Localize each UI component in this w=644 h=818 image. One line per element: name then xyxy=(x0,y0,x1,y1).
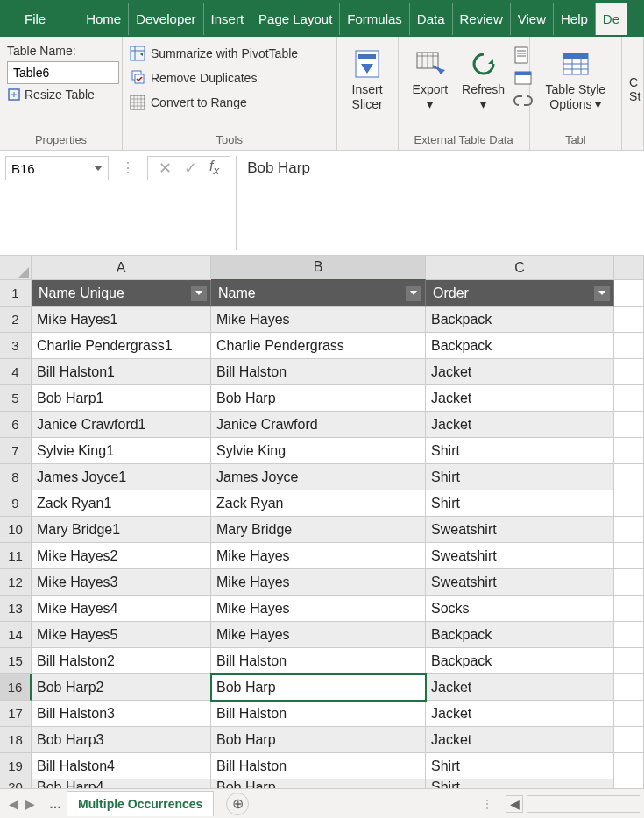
row-header[interactable]: 4 xyxy=(0,359,32,385)
table-header-name[interactable]: Name xyxy=(211,280,426,307)
cell[interactable]: Jacket xyxy=(426,359,614,385)
cell[interactable]: Bob Harp3 xyxy=(32,727,211,753)
tab-formulas[interactable]: Formulas xyxy=(340,3,410,35)
cell[interactable]: Mike Hayes2 xyxy=(32,543,211,569)
cell[interactable]: Shirt xyxy=(426,753,614,779)
tab-insert[interactable]: Insert xyxy=(204,3,252,35)
cell[interactable]: Bill Halston4 xyxy=(32,753,211,779)
cell[interactable]: Backpack xyxy=(426,333,614,359)
cell[interactable] xyxy=(614,280,644,307)
cell[interactable]: Bob Harp1 xyxy=(32,385,211,412)
tab-page-layout[interactable]: Page Layout xyxy=(251,3,340,35)
cell[interactable]: Bill Halston2 xyxy=(32,648,211,674)
tab-home[interactable]: Home xyxy=(79,3,129,35)
summarize-pivot-button[interactable]: Summarize with PivotTable xyxy=(130,46,329,61)
cell[interactable]: Bob Harp xyxy=(211,727,426,753)
tab-developer[interactable]: Developer xyxy=(129,3,203,35)
tab-help[interactable]: Help xyxy=(554,3,596,35)
row-header[interactable]: 13 xyxy=(0,596,32,622)
sheet-tab-active[interactable]: Multiple Occurrences xyxy=(67,791,214,816)
row-header[interactable]: 6 xyxy=(0,412,32,438)
tab-review[interactable]: Review xyxy=(453,3,511,35)
row-header[interactable]: 8 xyxy=(0,464,32,490)
tab-design[interactable]: De xyxy=(596,3,627,35)
cell[interactable]: Sweatshirt xyxy=(426,517,614,543)
cell[interactable]: Janice Crawford xyxy=(211,412,426,438)
row-header[interactable]: 14 xyxy=(0,622,32,648)
cell[interactable] xyxy=(614,779,644,788)
cell[interactable]: Jacket xyxy=(426,385,614,412)
cell[interactable] xyxy=(614,517,644,543)
col-header-b[interactable]: B xyxy=(211,256,426,280)
resize-table-button[interactable]: Resize Table xyxy=(7,88,115,102)
cell[interactable]: Socks xyxy=(426,596,614,622)
row-header[interactable]: 9 xyxy=(0,490,32,517)
col-header-a[interactable]: A xyxy=(32,256,211,280)
cell[interactable] xyxy=(614,307,644,333)
table-header-name-unique[interactable]: Name Unique xyxy=(32,280,211,307)
select-all-corner[interactable] xyxy=(0,256,32,280)
cell[interactable] xyxy=(614,464,644,490)
cell[interactable]: Mike Hayes1 xyxy=(32,307,211,333)
cell[interactable] xyxy=(614,674,644,701)
cell[interactable]: Jacket xyxy=(426,412,614,438)
cell[interactable] xyxy=(614,753,644,779)
row-header[interactable]: 18 xyxy=(0,727,32,753)
cell[interactable]: Zack Ryan xyxy=(211,490,426,517)
cell[interactable]: Mike Hayes xyxy=(211,569,426,596)
formula-input[interactable]: Bob Harp xyxy=(236,156,639,250)
cell[interactable]: Sylvie King xyxy=(211,438,426,464)
cell[interactable]: Mary Bridge xyxy=(211,517,426,543)
row-header[interactable]: 16 xyxy=(0,674,32,701)
cell[interactable]: Bill Halston xyxy=(211,648,426,674)
cell[interactable]: Bill Halston1 xyxy=(32,359,211,385)
cell[interactable]: Jacket xyxy=(426,674,614,701)
cell[interactable] xyxy=(614,490,644,517)
cell[interactable] xyxy=(614,701,644,727)
row-header[interactable]: 15 xyxy=(0,648,32,674)
filter-dropdown-icon[interactable] xyxy=(594,286,610,301)
cell[interactable]: Charlie Pendergrass1 xyxy=(32,333,211,359)
cell[interactable] xyxy=(614,438,644,464)
row-header[interactable]: 10 xyxy=(0,517,32,543)
cell[interactable]: Sweatshirt xyxy=(426,569,614,596)
cell[interactable]: Jacket xyxy=(426,727,614,753)
cell[interactable]: Mike Hayes xyxy=(211,307,426,333)
cell[interactable]: Backpack xyxy=(426,307,614,333)
scroll-left-button[interactable]: ◀ xyxy=(506,795,523,813)
cell[interactable]: Bill Halston xyxy=(211,753,426,779)
enter-icon[interactable]: ✓ xyxy=(184,159,197,178)
cell[interactable] xyxy=(614,569,644,596)
cell[interactable] xyxy=(614,727,644,753)
cell[interactable]: Shirt xyxy=(426,464,614,490)
cell[interactable] xyxy=(614,648,644,674)
cell[interactable] xyxy=(614,543,644,569)
cell[interactable]: Mike Hayes5 xyxy=(32,622,211,648)
hscroll-track[interactable] xyxy=(527,795,640,813)
table-style-options-button[interactable]: Table StyleOptions ▾ xyxy=(537,40,614,112)
cell[interactable]: Bill Halston xyxy=(211,359,426,385)
name-box-dropdown-icon[interactable] xyxy=(94,166,103,171)
row-header[interactable]: 19 xyxy=(0,753,32,779)
tab-data[interactable]: Data xyxy=(410,3,453,35)
cell[interactable]: Mike Hayes3 xyxy=(32,569,211,596)
tab-view[interactable]: View xyxy=(511,3,554,35)
cell[interactable]: Bob Harp4 xyxy=(32,779,211,788)
cell[interactable]: Mike Hayes xyxy=(211,543,426,569)
export-button[interactable]: Export▾ xyxy=(406,40,455,116)
table-name-input[interactable] xyxy=(7,61,119,84)
row-header[interactable]: 20 xyxy=(0,779,32,788)
insert-slicer-button[interactable]: InsertSlicer xyxy=(344,40,391,112)
sheet-nav-more[interactable]: … xyxy=(44,797,67,811)
cell[interactable]: Bob Harp xyxy=(211,385,426,412)
sheet-nav-prev-icon[interactable]: ◀ xyxy=(9,797,18,811)
col-header-c[interactable]: C xyxy=(426,256,614,280)
cell[interactable]: James Joyce1 xyxy=(32,464,211,490)
cell[interactable]: Mike Hayes xyxy=(211,596,426,622)
row-header[interactable]: 11 xyxy=(0,543,32,569)
col-header-d[interactable] xyxy=(614,256,644,280)
row-header[interactable]: 12 xyxy=(0,569,32,596)
cell[interactable]: Backpack xyxy=(426,622,614,648)
cell[interactable] xyxy=(614,359,644,385)
cell[interactable]: James Joyce xyxy=(211,464,426,490)
